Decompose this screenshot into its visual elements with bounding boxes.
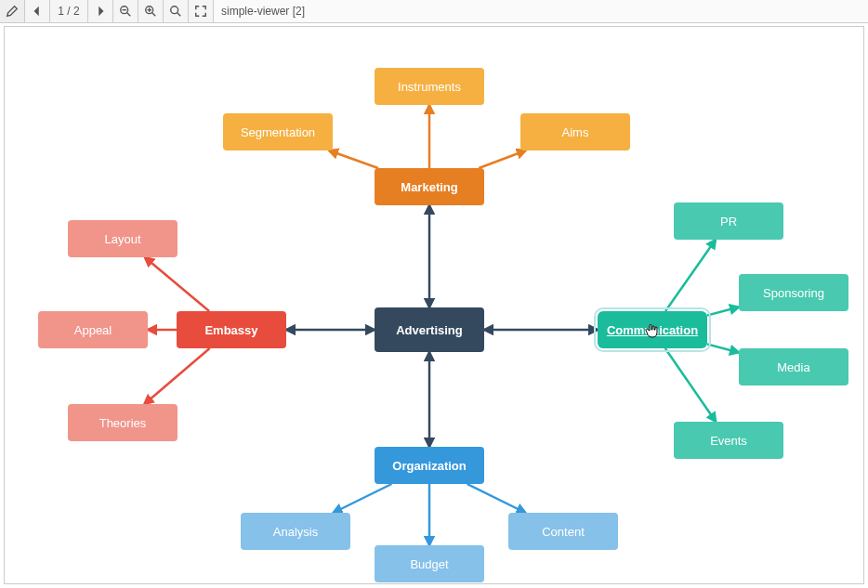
- app-root: 1 / 2 simple-viewer [2] AdvertisingMarke…: [0, 0, 868, 588]
- node-sponsoring[interactable]: Sponsoring: [739, 274, 848, 311]
- node-budget[interactable]: Budget: [375, 545, 484, 582]
- node-aims[interactable]: Aims: [520, 113, 630, 150]
- edge-embassy-theories: [144, 348, 209, 404]
- node-label: Layout: [104, 232, 140, 246]
- edge-communication-events: [665, 348, 716, 422]
- node-label: Aims: [562, 125, 589, 139]
- edge-organization-analysis: [334, 484, 392, 513]
- node-label: Appeal: [74, 323, 112, 337]
- node-label: Segmentation: [241, 125, 315, 139]
- edges-layer: [5, 27, 863, 583]
- node-label: PR: [720, 215, 737, 229]
- svg-point-7: [171, 7, 178, 14]
- node-label: Sponsoring: [763, 286, 824, 300]
- node-marketing[interactable]: Marketing: [375, 168, 484, 205]
- node-label: Budget: [410, 557, 448, 571]
- edit-icon[interactable]: [0, 0, 25, 22]
- edge-communication-pr: [665, 240, 716, 311]
- diagram-canvas[interactable]: AdvertisingMarketingSegmentationInstrume…: [4, 26, 864, 584]
- zoom-in-icon[interactable]: [138, 0, 164, 22]
- edge-marketing-segmentation: [329, 150, 378, 168]
- node-label: Media: [777, 360, 809, 374]
- edge-organization-content: [467, 484, 526, 513]
- node-communication[interactable]: Communication: [598, 311, 707, 348]
- node-appeal[interactable]: Appeal: [38, 311, 148, 348]
- node-organization[interactable]: Organization: [375, 447, 484, 484]
- node-label: Events: [710, 434, 747, 448]
- node-label: Instruments: [398, 80, 461, 94]
- next-page-icon[interactable]: [88, 0, 113, 22]
- edge-embassy-layout: [145, 257, 209, 311]
- node-events[interactable]: Events: [674, 422, 783, 459]
- node-label: Organization: [392, 459, 466, 473]
- node-label: Content: [542, 525, 585, 539]
- node-label: Analysis: [273, 525, 318, 539]
- window-title: simple-viewer [2]: [214, 0, 312, 22]
- node-segmentation[interactable]: Segmentation: [223, 113, 333, 150]
- node-label: Advertising: [396, 323, 463, 337]
- node-instruments[interactable]: Instruments: [375, 68, 484, 105]
- node-pr[interactable]: PR: [674, 203, 783, 240]
- node-content[interactable]: Content: [508, 513, 618, 550]
- prev-page-icon[interactable]: [25, 0, 50, 22]
- node-media[interactable]: Media: [739, 348, 848, 385]
- node-label: Communication: [607, 323, 698, 337]
- svg-line-8: [178, 13, 181, 17]
- edge-marketing-aims: [479, 150, 526, 168]
- node-center[interactable]: Advertising: [375, 307, 484, 352]
- svg-line-4: [152, 13, 156, 17]
- node-label: Marketing: [401, 180, 457, 194]
- zoom-out-icon[interactable]: [113, 0, 138, 22]
- node-layout[interactable]: Layout: [68, 220, 178, 257]
- edge-communication-sponsoring: [707, 307, 739, 316]
- node-embassy[interactable]: Embassy: [177, 311, 286, 348]
- fullscreen-icon[interactable]: [189, 0, 214, 22]
- node-analysis[interactable]: Analysis: [241, 513, 350, 550]
- node-label: Embassy: [204, 323, 257, 337]
- node-theories[interactable]: Theories: [68, 404, 178, 441]
- node-label: Theories: [99, 416, 147, 430]
- edge-communication-media: [707, 345, 739, 353]
- page-indicator: 1 / 2: [50, 0, 88, 22]
- svg-line-1: [127, 13, 131, 17]
- zoom-icon[interactable]: [164, 0, 189, 22]
- toolbar: 1 / 2 simple-viewer [2]: [0, 0, 868, 23]
